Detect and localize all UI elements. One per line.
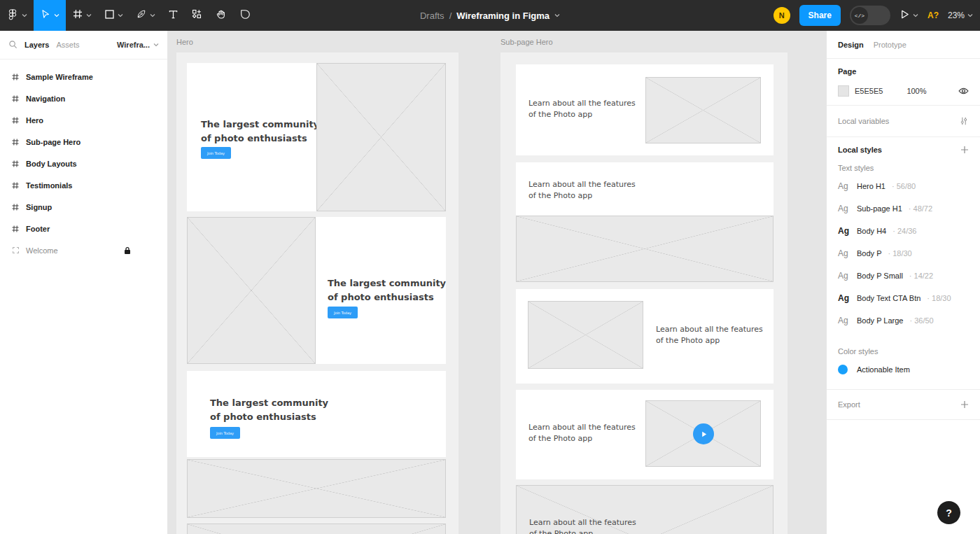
main-menu-button[interactable] [0, 0, 34, 31]
zoom-level-control[interactable]: 23% [948, 10, 973, 20]
layer-row-signup[interactable]: Signup [0, 196, 167, 218]
comment-tool-button[interactable] [233, 0, 258, 31]
frame-hero[interactable]: The largest community of photo enthusias… [176, 52, 458, 534]
subpage-block-1[interactable]: Learn about all the features of the Phot… [516, 64, 774, 155]
image-placeholder[interactable] [187, 524, 446, 534]
style-sample: Ag [838, 293, 850, 303]
breadcrumb-separator: / [449, 10, 452, 21]
lock-icon[interactable] [124, 246, 131, 255]
text-style-body-text-cta-btn[interactable]: Ag Body Text CTA Btn · 18/30 [838, 287, 969, 309]
canvas[interactable]: Hero The largest community of photo enth… [168, 31, 826, 534]
page-section-title: Page [838, 67, 969, 76]
export-section[interactable]: Export [827, 390, 980, 420]
page-color-swatch[interactable] [838, 85, 849, 97]
share-button[interactable]: Share [799, 5, 841, 26]
pen-tool-button[interactable] [130, 0, 162, 31]
figma-logo-icon [6, 8, 19, 23]
avatar[interactable]: N [774, 7, 790, 24]
text-style-sub-page-h1[interactable]: Ag Sub-page H1 · 48/72 [838, 197, 969, 220]
dev-mode-toggle[interactable]: </> [850, 6, 890, 25]
frame-hash-icon [11, 160, 20, 168]
layer-row-hero[interactable]: Hero [0, 109, 167, 131]
video-placeholder[interactable] [645, 400, 761, 467]
text-style-body-p-large[interactable]: Ag Body P Large · 36/50 [838, 309, 969, 332]
play-button[interactable] [693, 423, 714, 444]
image-placeholder[interactable] [528, 301, 643, 369]
text-style-body-p[interactable]: Ag Body P · 18/30 [838, 242, 969, 265]
shape-tool-button[interactable] [98, 0, 130, 31]
style-name: Hero H1 [857, 182, 886, 190]
image-placeholder[interactable] [516, 216, 774, 282]
hand-tool-button[interactable] [209, 0, 233, 31]
frame-label-hero[interactable]: Hero [176, 38, 193, 46]
layer-row-welcome[interactable]: Welcome [0, 239, 167, 261]
file-menu-chevron-icon[interactable] [554, 13, 560, 17]
join-today-button[interactable]: Join Today [210, 427, 240, 439]
subpage-body-line2: of the Photo app [528, 109, 636, 120]
style-sample: Ag [838, 226, 850, 236]
frame-label-sub-page-hero[interactable]: Sub-page Hero [500, 38, 553, 46]
subpage-body-line1: Learn about all the features [528, 98, 636, 109]
text-icon [168, 9, 178, 22]
layer-row-sub-page-hero[interactable]: Sub-page Hero [0, 131, 167, 153]
zoom-level-value: 23% [948, 10, 965, 20]
color-style-actionable-item[interactable]: Actionable Item [838, 358, 969, 381]
actions-tool-button[interactable] [185, 0, 209, 31]
page-selector-label: Wirefra... [117, 41, 150, 49]
help-button[interactable]: ? [937, 501, 960, 524]
join-today-button[interactable]: Join Today [201, 147, 231, 159]
move-tool-button[interactable] [34, 0, 66, 31]
local-variables-section[interactable]: Local variables [827, 106, 980, 137]
present-button[interactable] [899, 9, 918, 22]
join-today-button[interactable]: Join Today [328, 307, 358, 318]
style-name: Body P Large [857, 316, 903, 325]
visibility-eye-icon[interactable] [958, 87, 969, 95]
tab-assets[interactable]: Assets [56, 41, 79, 49]
text-style-hero-h1[interactable]: Ag Hero H1 · 56/80 [838, 175, 969, 197]
play-outline-icon [899, 9, 910, 22]
hero-variant-3[interactable]: The largest community of photo enthusias… [187, 371, 446, 457]
page-selector[interactable]: Wirefra... [117, 41, 162, 49]
add-style-plus-icon[interactable] [960, 146, 969, 154]
text-tool-button[interactable] [162, 0, 185, 31]
tab-prototype[interactable]: Prototype [874, 41, 906, 49]
hero-variant-2[interactable]: The largest community of photo enthusias… [187, 217, 446, 364]
color-styles-label: Color styles [838, 347, 969, 356]
subpage-block-2[interactable]: Learn about all the features of the Phot… [516, 162, 774, 216]
text-style-body-h4[interactable]: Ag Body H4 · 24/36 [838, 220, 969, 242]
missing-fonts-badge[interactable]: A? [927, 10, 939, 20]
image-placeholder[interactable] [187, 459, 446, 518]
breadcrumb-folder[interactable]: Drafts [420, 10, 444, 21]
breadcrumb-file-name[interactable]: Wireframing in Figma [456, 10, 550, 21]
layer-row-navigation[interactable]: Navigation [0, 87, 167, 109]
object-dashed-icon [11, 247, 20, 253]
hero-variant-1[interactable]: The largest community of photo enthusias… [187, 63, 446, 211]
page-color-hex[interactable]: E5E5E5 [855, 87, 883, 95]
frame-tool-button[interactable] [66, 0, 98, 31]
variables-icon[interactable] [959, 116, 969, 126]
layer-name: Navigation [26, 94, 65, 103]
hero-headline-line2: of photo enthusiasts [201, 132, 319, 146]
subpage-body-line1: Learn about all the features [528, 422, 636, 433]
text-style-body-p-small[interactable]: Ag Body P Small · 14/22 [838, 265, 969, 287]
chevron-down-icon [913, 13, 918, 17]
subpage-block-4[interactable]: Learn about all the features of the Phot… [516, 390, 774, 479]
frame-sub-page-hero[interactable]: Learn about all the features of the Phot… [500, 52, 788, 534]
page-color-opacity[interactable]: 100% [906, 87, 926, 95]
image-placeholder[interactable]: Learn about all the features of the Phot… [516, 485, 774, 534]
layer-row-sample-wireframe[interactable]: Sample Wireframe [0, 66, 167, 87]
layer-row-body-layouts[interactable]: Body Layouts [0, 153, 167, 174]
add-export-plus-icon[interactable] [960, 400, 969, 409]
layer-name: Body Layouts [26, 160, 77, 168]
frame-hash-icon [11, 225, 20, 233]
image-placeholder[interactable] [316, 63, 446, 211]
layer-row-footer[interactable]: Footer [0, 218, 167, 239]
layer-row-testimonials[interactable]: Testimonials [0, 174, 167, 196]
subpage-block-3[interactable]: Learn about all the features of the Phot… [516, 289, 774, 384]
search-icon[interactable] [8, 40, 18, 50]
image-placeholder[interactable] [645, 77, 761, 143]
tab-layers[interactable]: Layers [24, 41, 49, 49]
layer-name: Footer [26, 225, 50, 233]
image-placeholder[interactable] [187, 217, 316, 364]
tab-design[interactable]: Design [838, 41, 864, 49]
